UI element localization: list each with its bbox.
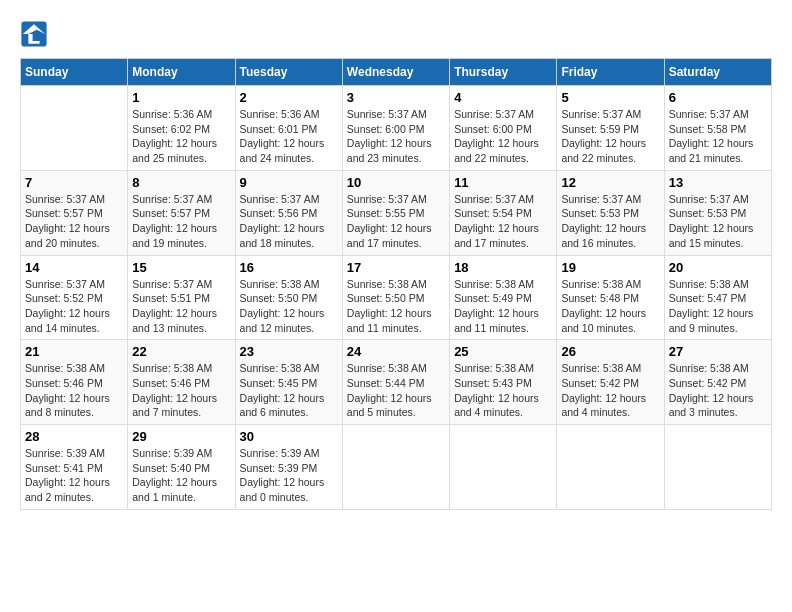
day-info: Sunrise: 5:39 AM Sunset: 5:41 PM Dayligh… <box>25 446 123 505</box>
day-number: 2 <box>240 90 338 105</box>
col-header-thursday: Thursday <box>450 59 557 86</box>
day-info: Sunrise: 5:37 AM Sunset: 5:54 PM Dayligh… <box>454 192 552 251</box>
day-cell: 3Sunrise: 5:37 AM Sunset: 6:00 PM Daylig… <box>342 86 449 171</box>
day-info: Sunrise: 5:38 AM Sunset: 5:50 PM Dayligh… <box>347 277 445 336</box>
day-info: Sunrise: 5:37 AM Sunset: 5:58 PM Dayligh… <box>669 107 767 166</box>
calendar-header-row: SundayMondayTuesdayWednesdayThursdayFrid… <box>21 59 772 86</box>
day-number: 16 <box>240 260 338 275</box>
day-info: Sunrise: 5:37 AM Sunset: 5:56 PM Dayligh… <box>240 192 338 251</box>
day-number: 30 <box>240 429 338 444</box>
day-number: 7 <box>25 175 123 190</box>
day-number: 15 <box>132 260 230 275</box>
day-info: Sunrise: 5:38 AM Sunset: 5:47 PM Dayligh… <box>669 277 767 336</box>
day-cell: 5Sunrise: 5:37 AM Sunset: 5:59 PM Daylig… <box>557 86 664 171</box>
col-header-tuesday: Tuesday <box>235 59 342 86</box>
day-cell: 8Sunrise: 5:37 AM Sunset: 5:57 PM Daylig… <box>128 170 235 255</box>
day-info: Sunrise: 5:38 AM Sunset: 5:42 PM Dayligh… <box>669 361 767 420</box>
week-row-5: 28Sunrise: 5:39 AM Sunset: 5:41 PM Dayli… <box>21 425 772 510</box>
day-number: 1 <box>132 90 230 105</box>
day-cell: 18Sunrise: 5:38 AM Sunset: 5:49 PM Dayli… <box>450 255 557 340</box>
day-info: Sunrise: 5:37 AM Sunset: 6:00 PM Dayligh… <box>347 107 445 166</box>
col-header-wednesday: Wednesday <box>342 59 449 86</box>
day-cell: 19Sunrise: 5:38 AM Sunset: 5:48 PM Dayli… <box>557 255 664 340</box>
day-number: 8 <box>132 175 230 190</box>
day-number: 25 <box>454 344 552 359</box>
day-cell <box>557 425 664 510</box>
day-cell: 24Sunrise: 5:38 AM Sunset: 5:44 PM Dayli… <box>342 340 449 425</box>
day-cell: 12Sunrise: 5:37 AM Sunset: 5:53 PM Dayli… <box>557 170 664 255</box>
day-cell: 1Sunrise: 5:36 AM Sunset: 6:02 PM Daylig… <box>128 86 235 171</box>
day-cell: 27Sunrise: 5:38 AM Sunset: 5:42 PM Dayli… <box>664 340 771 425</box>
day-info: Sunrise: 5:38 AM Sunset: 5:46 PM Dayligh… <box>25 361 123 420</box>
day-info: Sunrise: 5:38 AM Sunset: 5:44 PM Dayligh… <box>347 361 445 420</box>
day-number: 12 <box>561 175 659 190</box>
day-info: Sunrise: 5:38 AM Sunset: 5:50 PM Dayligh… <box>240 277 338 336</box>
day-info: Sunrise: 5:37 AM Sunset: 5:53 PM Dayligh… <box>561 192 659 251</box>
day-cell: 30Sunrise: 5:39 AM Sunset: 5:39 PM Dayli… <box>235 425 342 510</box>
day-number: 24 <box>347 344 445 359</box>
day-cell: 13Sunrise: 5:37 AM Sunset: 5:53 PM Dayli… <box>664 170 771 255</box>
week-row-2: 7Sunrise: 5:37 AM Sunset: 5:57 PM Daylig… <box>21 170 772 255</box>
day-cell: 15Sunrise: 5:37 AM Sunset: 5:51 PM Dayli… <box>128 255 235 340</box>
day-cell: 4Sunrise: 5:37 AM Sunset: 6:00 PM Daylig… <box>450 86 557 171</box>
day-number: 22 <box>132 344 230 359</box>
day-number: 27 <box>669 344 767 359</box>
day-cell: 26Sunrise: 5:38 AM Sunset: 5:42 PM Dayli… <box>557 340 664 425</box>
day-info: Sunrise: 5:37 AM Sunset: 5:57 PM Dayligh… <box>132 192 230 251</box>
week-row-4: 21Sunrise: 5:38 AM Sunset: 5:46 PM Dayli… <box>21 340 772 425</box>
day-number: 13 <box>669 175 767 190</box>
day-number: 19 <box>561 260 659 275</box>
day-info: Sunrise: 5:37 AM Sunset: 5:57 PM Dayligh… <box>25 192 123 251</box>
day-info: Sunrise: 5:38 AM Sunset: 5:48 PM Dayligh… <box>561 277 659 336</box>
day-cell: 2Sunrise: 5:36 AM Sunset: 6:01 PM Daylig… <box>235 86 342 171</box>
day-info: Sunrise: 5:39 AM Sunset: 5:40 PM Dayligh… <box>132 446 230 505</box>
col-header-monday: Monday <box>128 59 235 86</box>
day-cell: 6Sunrise: 5:37 AM Sunset: 5:58 PM Daylig… <box>664 86 771 171</box>
day-cell: 9Sunrise: 5:37 AM Sunset: 5:56 PM Daylig… <box>235 170 342 255</box>
day-info: Sunrise: 5:38 AM Sunset: 5:46 PM Dayligh… <box>132 361 230 420</box>
calendar-table: SundayMondayTuesdayWednesdayThursdayFrid… <box>20 58 772 510</box>
logo <box>20 20 52 48</box>
day-number: 11 <box>454 175 552 190</box>
week-row-1: 1Sunrise: 5:36 AM Sunset: 6:02 PM Daylig… <box>21 86 772 171</box>
day-cell: 20Sunrise: 5:38 AM Sunset: 5:47 PM Dayli… <box>664 255 771 340</box>
day-info: Sunrise: 5:36 AM Sunset: 6:02 PM Dayligh… <box>132 107 230 166</box>
day-number: 3 <box>347 90 445 105</box>
day-info: Sunrise: 5:37 AM Sunset: 6:00 PM Dayligh… <box>454 107 552 166</box>
col-header-friday: Friday <box>557 59 664 86</box>
day-info: Sunrise: 5:37 AM Sunset: 5:53 PM Dayligh… <box>669 192 767 251</box>
day-cell: 7Sunrise: 5:37 AM Sunset: 5:57 PM Daylig… <box>21 170 128 255</box>
day-cell: 28Sunrise: 5:39 AM Sunset: 5:41 PM Dayli… <box>21 425 128 510</box>
day-cell <box>342 425 449 510</box>
day-info: Sunrise: 5:38 AM Sunset: 5:42 PM Dayligh… <box>561 361 659 420</box>
day-cell: 11Sunrise: 5:37 AM Sunset: 5:54 PM Dayli… <box>450 170 557 255</box>
day-number: 5 <box>561 90 659 105</box>
day-number: 20 <box>669 260 767 275</box>
day-cell: 22Sunrise: 5:38 AM Sunset: 5:46 PM Dayli… <box>128 340 235 425</box>
day-number: 23 <box>240 344 338 359</box>
day-info: Sunrise: 5:37 AM Sunset: 5:55 PM Dayligh… <box>347 192 445 251</box>
day-info: Sunrise: 5:39 AM Sunset: 5:39 PM Dayligh… <box>240 446 338 505</box>
day-number: 26 <box>561 344 659 359</box>
day-info: Sunrise: 5:37 AM Sunset: 5:59 PM Dayligh… <box>561 107 659 166</box>
day-number: 18 <box>454 260 552 275</box>
day-cell <box>450 425 557 510</box>
day-number: 10 <box>347 175 445 190</box>
col-header-sunday: Sunday <box>21 59 128 86</box>
day-cell: 25Sunrise: 5:38 AM Sunset: 5:43 PM Dayli… <box>450 340 557 425</box>
day-cell: 21Sunrise: 5:38 AM Sunset: 5:46 PM Dayli… <box>21 340 128 425</box>
day-number: 6 <box>669 90 767 105</box>
page-header <box>20 20 772 48</box>
day-number: 4 <box>454 90 552 105</box>
day-info: Sunrise: 5:38 AM Sunset: 5:43 PM Dayligh… <box>454 361 552 420</box>
day-number: 14 <box>25 260 123 275</box>
day-info: Sunrise: 5:37 AM Sunset: 5:51 PM Dayligh… <box>132 277 230 336</box>
day-cell: 23Sunrise: 5:38 AM Sunset: 5:45 PM Dayli… <box>235 340 342 425</box>
day-info: Sunrise: 5:37 AM Sunset: 5:52 PM Dayligh… <box>25 277 123 336</box>
day-info: Sunrise: 5:38 AM Sunset: 5:49 PM Dayligh… <box>454 277 552 336</box>
day-cell: 14Sunrise: 5:37 AM Sunset: 5:52 PM Dayli… <box>21 255 128 340</box>
col-header-saturday: Saturday <box>664 59 771 86</box>
week-row-3: 14Sunrise: 5:37 AM Sunset: 5:52 PM Dayli… <box>21 255 772 340</box>
day-cell: 29Sunrise: 5:39 AM Sunset: 5:40 PM Dayli… <box>128 425 235 510</box>
day-number: 28 <box>25 429 123 444</box>
